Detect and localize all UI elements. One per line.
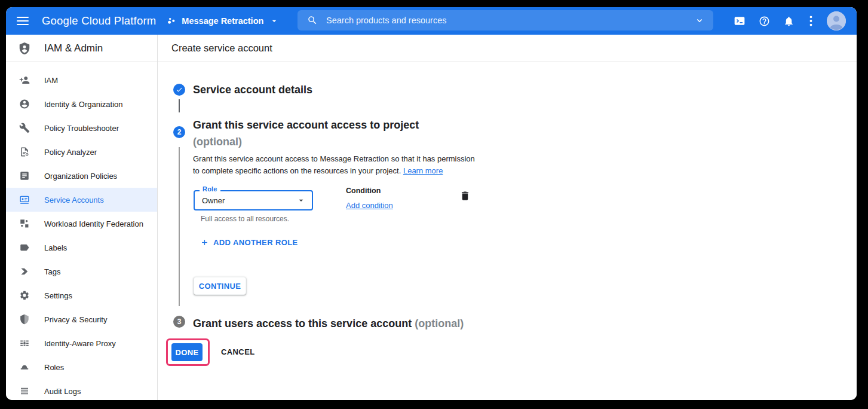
workload-identity-icon <box>19 218 30 229</box>
sidebar-item-policy-analyzer[interactable]: Policy Analyzer <box>6 140 157 164</box>
role-helper-text: Full access to all resources. <box>201 215 289 223</box>
step-connector <box>179 99 180 112</box>
app-window: Google Cloud Platform Message Retraction… <box>6 7 857 400</box>
step-connector <box>179 147 180 306</box>
search-placeholder: Search products and resources <box>326 16 694 25</box>
add-another-role-button[interactable]: ADD ANOTHER ROLE <box>200 238 298 247</box>
continue-button[interactable]: CONTINUE <box>194 277 246 295</box>
sidebar-item-label: Workload Identity Federation <box>44 219 143 228</box>
done-button[interactable]: DONE <box>171 343 203 361</box>
body-row: IAM & Admin IAM Identity & Organization … <box>6 35 857 400</box>
main-header: Create service account <box>158 35 857 62</box>
top-app-bar: Google Cloud Platform Message Retraction… <box>6 7 857 35</box>
condition-label: Condition <box>346 187 381 195</box>
page-title: Create service account <box>171 42 272 54</box>
description-line1: Grant this service account access to Mes… <box>193 154 475 163</box>
step3-title: Grant users access to this service accou… <box>193 316 464 331</box>
sidebar-item-label: Service Accounts <box>44 196 104 204</box>
delete-role-button[interactable] <box>459 190 471 203</box>
hat-icon <box>19 362 30 373</box>
project-icon <box>167 16 177 26</box>
wrench-icon <box>19 123 30 133</box>
topbar-actions <box>721 7 857 35</box>
sidebar-item-label: Organization Policies <box>44 172 117 181</box>
sidebar-header-label: IAM & Admin <box>44 42 103 54</box>
sidebar-nav: IAM Identity & Organization Policy Troub… <box>6 62 157 400</box>
chevron-down-icon[interactable] <box>694 15 705 26</box>
trash-icon <box>459 190 471 202</box>
sidebar-item-identity-organization[interactable]: Identity & Organization <box>6 92 157 116</box>
step3-number-badge: 3 <box>173 316 185 328</box>
document-icon <box>19 170 30 181</box>
gear-icon <box>19 290 30 301</box>
sidebar-item-workload-identity-federation[interactable]: Workload Identity Federation <box>6 212 157 236</box>
project-selector[interactable]: Message Retraction <box>167 16 279 26</box>
sidebar-item-service-accounts[interactable]: Service Accounts <box>6 188 157 212</box>
step3-title-text: Grant users access to this service accou… <box>193 318 412 329</box>
sidebar: IAM & Admin IAM Identity & Organization … <box>6 35 158 400</box>
step1-check-icon <box>173 84 185 96</box>
step2-optional-label: (optional) <box>193 136 242 148</box>
person-add-icon <box>19 75 30 86</box>
step1-title: Service account details <box>193 82 312 97</box>
sidebar-item-iam[interactable]: IAM <box>6 68 157 92</box>
menu-icon[interactable] <box>17 17 29 25</box>
sidebar-item-privacy-security[interactable]: Privacy & Security <box>6 307 157 331</box>
sidebar-item-audit-logs[interactable]: Audit Logs <box>6 379 157 400</box>
step2-title: Grant this service account access to pro… <box>193 117 419 150</box>
doc-gear-icon <box>19 146 30 157</box>
description-line2: to complete specific actions on the reso… <box>193 166 401 175</box>
sidebar-item-tags[interactable]: Tags <box>6 260 157 283</box>
sidebar-item-organization-policies[interactable]: Organization Policies <box>6 164 157 188</box>
dropdown-arrow-icon <box>296 196 306 205</box>
learn-more-link[interactable]: Learn more <box>403 166 443 175</box>
sidebar-item-policy-troubleshooter[interactable]: Policy Troubleshooter <box>6 116 157 140</box>
main-panel: Create service account Service account d… <box>158 35 857 400</box>
search-bar[interactable]: Search products and resources <box>297 10 713 30</box>
help-icon[interactable] <box>758 15 770 27</box>
step2-description: Grant this service account access to Mes… <box>193 153 492 177</box>
cancel-button[interactable]: CANCEL <box>221 347 255 356</box>
sidebar-item-settings[interactable]: Settings <box>6 283 157 307</box>
proxy-icon <box>19 338 30 349</box>
list-icon <box>19 386 30 396</box>
notifications-icon[interactable] <box>783 15 795 27</box>
sidebar-item-label: IAM <box>44 76 58 85</box>
sidebar-item-identity-aware-proxy[interactable]: Identity-Aware Proxy <box>6 331 157 355</box>
step2-number-badge: 2 <box>173 126 185 138</box>
account-circle-icon <box>19 99 30 109</box>
brand-logo[interactable]: Google Cloud Platform <box>42 14 156 28</box>
sidebar-header: IAM & Admin <box>6 35 157 62</box>
sidebar-item-label: Roles <box>44 363 64 372</box>
role-value: Owner <box>202 196 296 205</box>
sidebar-item-label: Labels <box>44 243 67 252</box>
label-icon <box>19 242 30 253</box>
sidebar-item-roles[interactable]: Roles <box>6 355 157 379</box>
shield-icon <box>19 314 30 325</box>
sidebar-item-label: Identity & Organization <box>44 100 123 109</box>
sidebar-item-label: Settings <box>44 291 72 300</box>
iam-admin-shield-icon <box>18 42 31 55</box>
more-vert-icon[interactable] <box>807 15 814 27</box>
sidebar-item-label: Identity-Aware Proxy <box>44 339 116 348</box>
service-account-icon <box>19 194 30 205</box>
add-another-role-label: ADD ANOTHER ROLE <box>213 238 298 247</box>
sidebar-item-label: Privacy & Security <box>44 315 107 324</box>
chevron-down-icon <box>269 16 279 26</box>
project-name: Message Retraction <box>182 16 263 26</box>
search-icon <box>307 15 318 26</box>
sidebar-item-label: Tags <box>44 267 60 276</box>
step2-title-text: Grant this service account access to pro… <box>193 119 419 131</box>
cloud-shell-icon[interactable] <box>734 15 746 27</box>
role-dropdown[interactable]: Owner <box>194 190 313 210</box>
screenshot-frame: Google Cloud Platform Message Retraction… <box>0 0 868 409</box>
avatar[interactable] <box>827 11 846 30</box>
sidebar-item-labels[interactable]: Labels <box>6 236 157 260</box>
add-condition-link[interactable]: Add condition <box>346 201 393 210</box>
sidebar-item-label: Policy Analyzer <box>44 148 97 157</box>
role-field-label: Role <box>200 185 220 193</box>
sidebar-item-label: Audit Logs <box>44 387 81 396</box>
plus-icon <box>200 238 209 247</box>
sidebar-item-label: Policy Troubleshooter <box>44 124 119 133</box>
step3-optional-label: (optional) <box>415 318 464 329</box>
